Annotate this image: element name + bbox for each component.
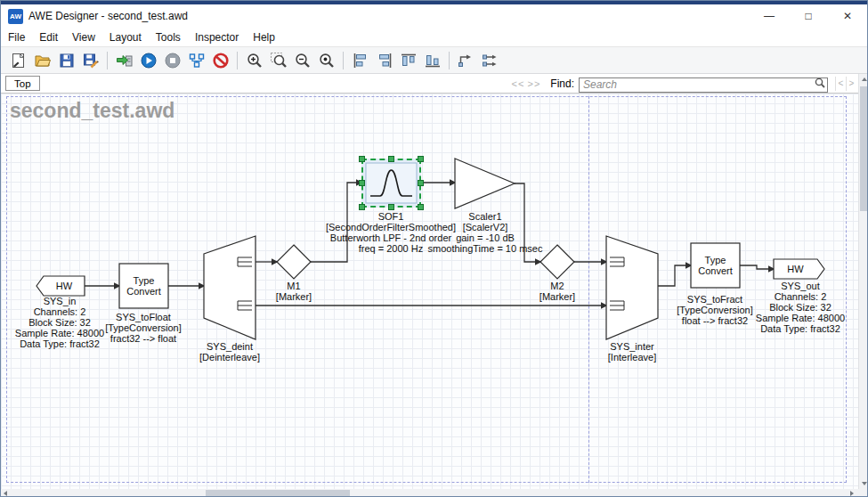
zoom-out-button[interactable] — [290, 49, 314, 72]
selection-handle[interactable] — [359, 204, 365, 210]
caption-line: SYS_out — [748, 281, 853, 291]
title-bar: AW AWE Designer - second_test.awd — □ ✕ — [1, 4, 867, 28]
scroll-left-button[interactable] — [1, 489, 10, 497]
save-as-button[interactable] — [78, 49, 102, 72]
right-arrow-icon — [850, 491, 854, 496]
sys-tofract-label: Type Convert — [691, 243, 740, 288]
connect-pins-icon — [458, 52, 475, 69]
zoom-in-button[interactable] — [242, 49, 266, 72]
caption-line: [Interleave] — [579, 352, 685, 363]
design-canvas[interactable]: second_test.awd — [1, 94, 858, 489]
block-sof1-selected[interactable] — [361, 159, 421, 208]
selection-handle[interactable] — [418, 180, 424, 186]
menu-file[interactable]: File — [1, 28, 32, 46]
menu-tools[interactable]: Tools — [149, 28, 188, 46]
caption-line: Data Type: fract32 — [748, 323, 853, 334]
new-design-button[interactable] — [6, 49, 30, 72]
search-input[interactable] — [579, 77, 828, 93]
caption-line: [ScalerV2] — [415, 222, 556, 232]
selection-handle[interactable] — [388, 204, 394, 210]
connect-pins-button[interactable] — [454, 49, 478, 72]
menu-edit[interactable]: Edit — [32, 28, 65, 46]
horizontal-scrollbar[interactable] — [1, 489, 856, 497]
selection-handle[interactable] — [359, 156, 365, 162]
zoom-actual-button[interactable] — [314, 49, 338, 72]
zoom-window-button[interactable] — [266, 49, 290, 72]
toolbar-separator — [343, 52, 344, 69]
save-as-icon — [82, 52, 100, 69]
navigation-bar: Top << >> Find: < > — [1, 74, 858, 94]
block-sys-deint[interactable] — [204, 236, 256, 339]
block-scaler1[interactable] — [455, 159, 515, 208]
caption-line: SYS_in — [6, 296, 113, 306]
scroll-down-button[interactable] — [859, 478, 868, 489]
save-button[interactable] — [54, 49, 78, 72]
selection-handle[interactable] — [418, 156, 424, 162]
align-right-icon — [376, 52, 393, 69]
toolbar-separator — [449, 52, 450, 69]
menu-help[interactable]: Help — [246, 28, 282, 46]
scroll-right-button[interactable] — [848, 489, 856, 497]
minimize-button[interactable]: — — [750, 4, 789, 28]
play-icon — [140, 52, 158, 69]
server-connect-button[interactable] — [112, 49, 136, 72]
selection-handle[interactable] — [418, 204, 424, 210]
caption-line: Scaler1 — [415, 211, 556, 222]
caption-line: SYS_deint — [176, 341, 283, 352]
menu-view[interactable]: View — [65, 28, 102, 46]
awe-designer-window: AW AWE Designer - second_test.awd — □ ✕ … — [0, 0, 868, 497]
align-left-icon — [352, 52, 369, 69]
zoom-window-icon — [270, 52, 288, 69]
stop-icon — [164, 52, 182, 69]
block-sys-inter[interactable] — [606, 236, 658, 339]
zoom-out-icon — [294, 52, 312, 69]
up-arrow-icon — [862, 77, 867, 81]
play-button[interactable] — [136, 49, 160, 72]
caption-line: Block Size: 32 — [748, 302, 853, 313]
nav-back-button[interactable]: << — [512, 78, 525, 89]
selection-handle[interactable] — [388, 156, 394, 162]
menu-layout[interactable]: Layout — [102, 28, 149, 46]
maximize-button[interactable]: □ — [789, 4, 828, 28]
toolbar — [1, 47, 867, 74]
open-button[interactable] — [30, 49, 54, 72]
align-right-button[interactable] — [372, 49, 396, 72]
selection-handle[interactable] — [359, 180, 365, 186]
find-field-wrap — [579, 76, 828, 91]
zoom-actual-icon — [318, 52, 336, 69]
sys-in-hw-label: HW — [44, 276, 85, 296]
sys-tofloat-caption: SYS_toFloat [TypeConversion] fract32 -->… — [90, 312, 197, 344]
horizontal-scroll-thumb[interactable] — [206, 490, 350, 497]
app-icon: AW — [8, 9, 23, 24]
vertical-scrollbar[interactable] — [858, 74, 867, 489]
find-label: Find: — [550, 77, 574, 90]
caption-line: SYS_toFloat — [90, 312, 197, 322]
block-m1[interactable] — [277, 245, 311, 279]
down-arrow-icon — [862, 482, 867, 485]
wire-tofract-sysout[interactable] — [740, 265, 774, 269]
align-bottom-button[interactable] — [420, 49, 444, 72]
scroll-up-button[interactable] — [859, 74, 868, 85]
halt-icon — [212, 52, 230, 69]
halt-button[interactable] — [208, 49, 232, 72]
nav-forward-button[interactable]: >> — [527, 78, 540, 89]
find-prev-button[interactable]: < — [835, 77, 846, 91]
align-top-button[interactable] — [396, 49, 420, 72]
caption-line: Sample Rate: 48000 — [748, 313, 853, 323]
profile-icon — [188, 52, 206, 69]
profile-button[interactable] — [184, 49, 208, 72]
find-next-button[interactable]: > — [846, 77, 856, 91]
search-icon[interactable] — [814, 77, 826, 89]
close-button[interactable]: ✕ — [828, 4, 867, 28]
menu-inspector[interactable]: Inspector — [188, 28, 246, 46]
wire-inter-tofract[interactable] — [658, 265, 691, 286]
caption-line: Channels: 2 — [748, 291, 853, 302]
stop-button[interactable] — [160, 49, 184, 72]
save-icon — [58, 52, 76, 69]
align-left-button[interactable] — [348, 49, 372, 72]
tab-top[interactable]: Top — [5, 76, 40, 91]
connect-bus-button[interactable] — [478, 49, 502, 72]
sys-deint-caption: SYS_deint [Deinterleave] — [176, 341, 283, 363]
vertical-scroll-thumb[interactable] — [860, 86, 868, 211]
toolbar-separator — [107, 52, 108, 69]
